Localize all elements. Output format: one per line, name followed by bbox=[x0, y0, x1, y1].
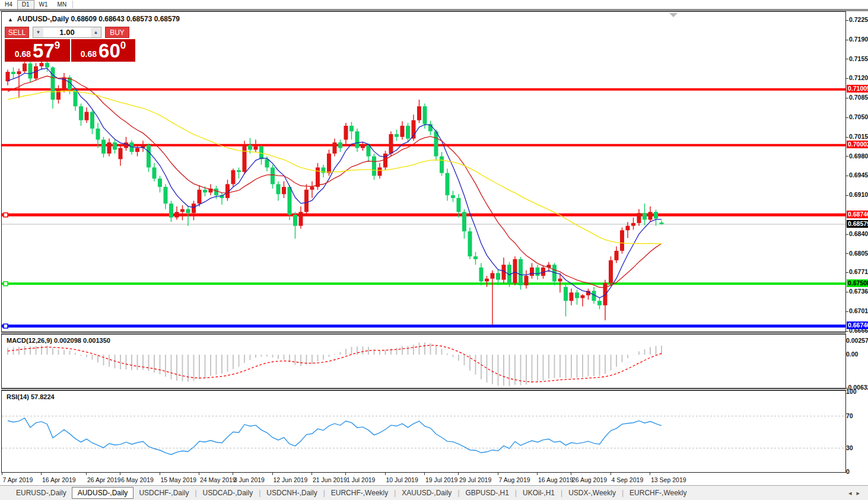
macd-chart bbox=[2, 335, 845, 388]
price-level-label: 0.67508 bbox=[847, 279, 868, 287]
date-tick bbox=[537, 473, 538, 475]
price-tick-label: 0.71900 bbox=[846, 36, 868, 43]
tab-separator: | bbox=[457, 489, 459, 497]
date-tick bbox=[498, 473, 498, 475]
date-label: 12 Jun 2019 bbox=[274, 476, 308, 483]
date-tick bbox=[233, 473, 233, 475]
main-chart-panel[interactable]: ▲ AUDUSD-,Daily 0.68609 0.68643 0.68573 … bbox=[1, 11, 846, 332]
timeframe-button-w1[interactable]: W1 bbox=[34, 0, 53, 9]
date-label: 16 Aug 2019 bbox=[538, 476, 573, 483]
date-axis: 7 Apr 201916 Apr 201926 Apr 20196 May 20… bbox=[1, 473, 846, 485]
rsi-label: RSI(14) 57.8224 bbox=[7, 393, 55, 400]
timeframe-button-mn[interactable]: MN bbox=[53, 0, 72, 9]
date-tick bbox=[345, 473, 346, 475]
horizontal-line-0.66746[interactable] bbox=[2, 324, 845, 328]
date-label: 10 Jul 2019 bbox=[386, 476, 418, 483]
ask-price-panel[interactable]: 0.68 60 0 bbox=[71, 39, 135, 62]
collapse-triangle-icon[interactable]: ▲ bbox=[8, 17, 13, 23]
price-tick-label: 0.71550 bbox=[846, 55, 868, 62]
date-label: 24 May 2019 bbox=[200, 476, 236, 483]
tab-separator: | bbox=[622, 489, 624, 497]
date-label: 1 Jul 2019 bbox=[346, 476, 375, 483]
date-tick bbox=[120, 473, 120, 475]
tab-xauusd-daily[interactable]: XAUUSD-,Daily bbox=[396, 488, 457, 498]
tab-usdcad-daily[interactable]: USDCAD-,Daily bbox=[198, 488, 259, 498]
date-tick bbox=[385, 473, 386, 475]
date-tick bbox=[611, 473, 611, 475]
tab-usdcnh-daily[interactable]: USDCNH-,Daily bbox=[261, 488, 322, 498]
price-level-label: 0.68746 bbox=[847, 211, 868, 218]
rsi-scale-label: 30 bbox=[846, 444, 853, 451]
bid-price-pip: 9 bbox=[55, 40, 60, 52]
macd-signal-line bbox=[8, 345, 662, 382]
tab-separator: | bbox=[394, 489, 396, 497]
toolbar-separator bbox=[72, 1, 73, 8]
rsi-panel[interactable]: RSI(14) 57.8224 bbox=[1, 390, 846, 473]
ma-line-8 bbox=[8, 68, 662, 298]
volume-input[interactable] bbox=[43, 27, 91, 37]
volume-stepper: ▼ ▲ bbox=[33, 27, 101, 38]
price-tick-label: 0.67010 bbox=[846, 307, 868, 314]
tab-scroll-right-icon[interactable]: ▸ bbox=[856, 489, 864, 496]
date-label: 13 Sep 2019 bbox=[651, 476, 686, 483]
volume-decrease-icon[interactable]: ▼ bbox=[33, 27, 43, 37]
chart-symbol-label: AUDUSD-,Daily bbox=[17, 15, 69, 23]
price-tick-label: 0.69100 bbox=[846, 191, 868, 198]
price-tick-label: 0.71200 bbox=[846, 74, 868, 81]
price-tick-label: 0.72250 bbox=[846, 16, 868, 23]
price-tick-label: 0.68400 bbox=[846, 230, 868, 237]
price-level-label: 0.66746 bbox=[847, 321, 868, 329]
line-drag-handle[interactable] bbox=[4, 213, 8, 217]
ask-price-big: 60 bbox=[98, 41, 120, 60]
date-label: 7 Apr 2019 bbox=[3, 476, 33, 483]
macd-panel[interactable]: MACD(12,26,9) 0.002098 0.001350 bbox=[1, 334, 846, 388]
horizontal-line-0.67508[interactable] bbox=[2, 282, 845, 286]
tab-ukoil-h1[interactable]: UKOil-,H1 bbox=[517, 488, 560, 498]
tab-separator: | bbox=[561, 489, 562, 497]
chart-shift-marker-icon[interactable] bbox=[669, 13, 678, 17]
tab-gbpusd-h1[interactable]: GBPUSD-,H1 bbox=[460, 488, 514, 498]
buy-button[interactable]: BUY bbox=[105, 27, 129, 38]
tab-scroll-left-icon[interactable]: ◂ bbox=[848, 489, 857, 496]
timeframe-button-h4[interactable]: H4 bbox=[0, 0, 17, 9]
ma-line-60 bbox=[8, 91, 662, 244]
date-label: 29 Jul 2019 bbox=[459, 476, 491, 483]
horizontal-line-0.68746[interactable] bbox=[2, 213, 845, 217]
macd-scale-label: 0.002574 bbox=[846, 337, 868, 344]
date-label: 26 Aug 2019 bbox=[572, 476, 607, 483]
tab-separator: | bbox=[323, 489, 325, 497]
price-axis[interactable]: 0.722500.719000.715500.712000.708500.705… bbox=[846, 11, 868, 485]
price-tick-label: 0.67360 bbox=[846, 288, 868, 295]
tab-separator: | bbox=[515, 489, 517, 497]
price-tick-label: 0.69450 bbox=[846, 171, 868, 179]
volume-increase-icon[interactable]: ▲ bbox=[91, 27, 101, 37]
bid-price-prefix: 0.68 bbox=[15, 49, 31, 59]
line-drag-handle[interactable] bbox=[4, 324, 8, 328]
rsi-scale-label: 70 bbox=[846, 412, 853, 419]
tab-usdchf-daily[interactable]: USDCHF-,Daily bbox=[133, 488, 194, 498]
sell-button[interactable]: SELL bbox=[5, 27, 29, 38]
price-level-label: 0.71005 bbox=[847, 85, 868, 93]
price-tick-label: 0.70850 bbox=[846, 94, 868, 101]
rsi-chart bbox=[2, 391, 845, 472]
date-tick bbox=[199, 473, 199, 475]
price-tick-label: 0.70150 bbox=[846, 133, 868, 140]
line-drag-handle[interactable] bbox=[4, 282, 8, 286]
date-label: 6 May 2019 bbox=[121, 476, 154, 483]
tab-eurchf-weekly[interactable]: EURCHF-,Weekly bbox=[326, 488, 393, 498]
macd-label: MACD(12,26,9) 0.002098 0.001350 bbox=[7, 337, 110, 344]
date-tick bbox=[86, 473, 87, 475]
tab-audusd-daily[interactable]: AUDUSD-,Daily bbox=[72, 487, 134, 499]
date-tick bbox=[160, 473, 160, 475]
date-tick bbox=[650, 473, 650, 475]
date-label: 15 May 2019 bbox=[161, 476, 197, 483]
bid-price-panel[interactable]: 0.68 57 9 bbox=[5, 39, 70, 62]
date-tick bbox=[458, 473, 459, 475]
date-tick bbox=[424, 473, 425, 475]
date-label: 3 Jun 2019 bbox=[234, 476, 265, 483]
tab-usdx-weekly[interactable]: USDX-,Weekly bbox=[563, 488, 621, 498]
tab-eurchf-weekly[interactable]: EURCHF-,Weekly bbox=[624, 488, 692, 498]
chart-tabs: EURUSD-,DailyAUDUSD-,DailyUSDCHF-,Daily|… bbox=[11, 487, 692, 499]
timeframe-button-d1[interactable]: D1 bbox=[17, 0, 34, 9]
tab-eurusd-daily[interactable]: EURUSD-,Daily bbox=[11, 488, 72, 498]
